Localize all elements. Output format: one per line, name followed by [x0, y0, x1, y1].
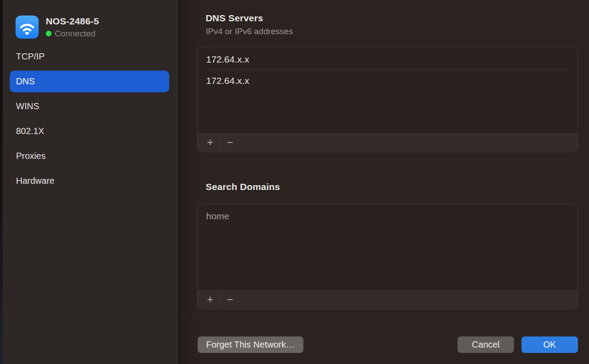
dns-servers-subtitle: IPv4 or IPv6 addresses [206, 27, 293, 36]
sidebar-item[interactable]: Proxies [10, 145, 169, 167]
sidebar-item-label: Hardware [16, 176, 55, 186]
search-domains-list: home + − [197, 203, 578, 309]
sidebar-item-label: Proxies [16, 151, 46, 161]
search-domain-value: home [206, 211, 230, 222]
dns-servers-toolbar: + − [198, 133, 577, 152]
sidebar-item[interactable]: Hardware [10, 170, 169, 192]
footer-separator [179, 317, 589, 317]
dns-server-entry[interactable]: 172.64.x.x [198, 70, 577, 91]
sidebar-item[interactable]: 802.1X [10, 120, 169, 142]
remove-search-domain-button[interactable]: − [222, 291, 239, 309]
network-name: NOS-2486-5 [46, 16, 99, 27]
search-domains-rows: home [198, 204, 577, 290]
sidebar-item[interactable]: WINS [10, 95, 169, 117]
add-search-domain-button[interactable]: + [202, 291, 219, 309]
dns-pane: DNS Servers IPv4 or IPv6 addresses 172.6… [179, 0, 589, 364]
sidebar-item[interactable]: TCP/IP [10, 46, 169, 67]
settings-nav: TCP/IP DNS WINS 802.1X Proxies Hardware [3, 44, 179, 192]
dns-server-address: 172.64.x.x [206, 54, 249, 65]
add-dns-server-button[interactable]: + [202, 134, 219, 152]
sidebar-item[interactable]: DNS [10, 71, 169, 92]
dns-server-entry[interactable]: 172.64.x.x [198, 49, 577, 70]
network-sidebar: NOS-2486-5 Connected TCP/IP DNS WINS 802… [3, 0, 179, 364]
search-domains-title: Search Domains [206, 182, 280, 192]
network-header: NOS-2486-5 Connected [3, 0, 179, 44]
dns-servers-list: 172.64.x.x 172.64.x.x + − [197, 47, 578, 152]
cancel-button[interactable]: Cancel [458, 336, 514, 353]
search-domains-toolbar: + − [198, 290, 577, 309]
connection-status: Connected [55, 29, 96, 39]
ok-button[interactable]: OK [521, 336, 578, 353]
forget-network-button[interactable]: Forget This Network… [198, 336, 303, 353]
sidebar-item-label: TCP/IP [16, 51, 44, 62]
sidebar-item-label: 802.1X [16, 126, 44, 136]
wifi-icon [16, 16, 39, 39]
toolbar-separator [220, 137, 220, 149]
search-domain-entry[interactable]: home [198, 206, 577, 227]
remove-dns-server-button[interactable]: − [222, 134, 239, 152]
toolbar-separator [220, 294, 220, 306]
connected-indicator [46, 31, 52, 36]
dns-servers-title: DNS Servers [206, 13, 263, 24]
sidebar-item-label: DNS [16, 76, 35, 87]
dns-servers-rows: 172.64.x.x 172.64.x.x [198, 47, 577, 133]
sidebar-item-label: WINS [16, 101, 39, 111]
dns-server-address: 172.64.x.x [206, 75, 249, 86]
